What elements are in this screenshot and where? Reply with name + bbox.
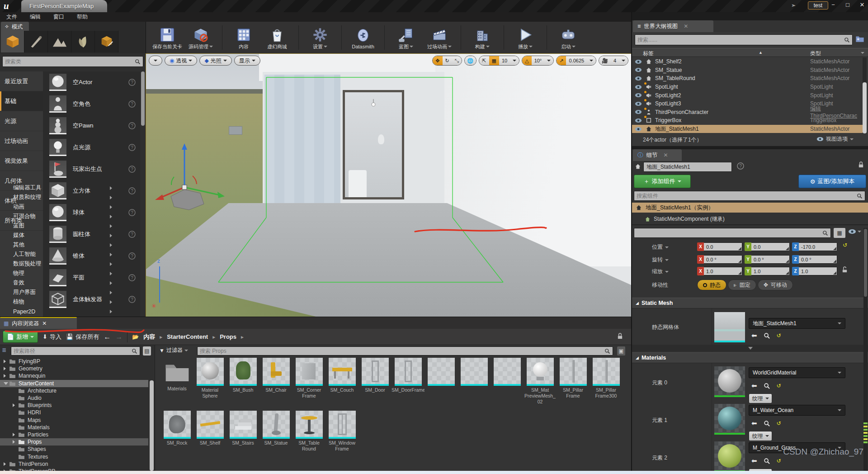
viewport-options-dropdown[interactable]	[149, 56, 162, 66]
rotate-tool-icon[interactable]: ↻	[443, 56, 452, 65]
location-x[interactable]: X0.0	[697, 242, 742, 251]
asset-tile-SM_Mat PreviewMesh_ 02[interactable]: SM_Mat PreviewMesh_ 02	[524, 358, 557, 405]
menubar-item-3[interactable]: 帮助	[71, 13, 94, 21]
search-assets[interactable]	[197, 346, 613, 356]
help-icon[interactable]: ?	[128, 296, 136, 303]
material-thumbnail[interactable]	[714, 404, 745, 435]
help-icon[interactable]: ?	[128, 122, 136, 129]
viewport[interactable]: z✳ ◉ 透视 ◆ 光照 显示 ✥ ↻ ⤡ 🌐 ⇱ ▦ 10	[146, 53, 631, 317]
visibility-eye-icon[interactable]	[635, 93, 642, 98]
outliner-row-地面_StaticMesh1[interactable]: 地面_StaticMesh1StaticMeshActor	[632, 125, 863, 133]
reset-location-icon[interactable]: ↺	[843, 242, 847, 248]
context-menu-item-可混合物[interactable]: 可混合物	[0, 212, 116, 221]
toolbar-marketplace-button[interactable]: 虚幻商城	[260, 25, 294, 50]
modes-category-最近放置[interactable]: 最近放置	[0, 71, 43, 91]
modes-category-过场动画[interactable]: 过场动画	[0, 131, 43, 151]
show-button[interactable]: 显示	[234, 56, 260, 66]
rotation-z[interactable]: Z0.0 °	[792, 255, 837, 264]
tree-folder-StarterContent[interactable]: StarterContent	[0, 380, 148, 387]
asset-tile-Material Sphere[interactable]: Material Sphere	[193, 358, 226, 405]
mobility-movable-button[interactable]: ✥ 可移动	[758, 280, 793, 290]
menubar-item-2[interactable]: 窗口	[47, 13, 71, 21]
reset-icon[interactable]: ↺	[777, 458, 781, 464]
help-icon[interactable]: ?	[128, 166, 136, 173]
context-menu-item-动画[interactable]: 动画	[0, 202, 116, 212]
rotation-x[interactable]: X0.0 °	[697, 255, 742, 264]
tree-scrollbar[interactable]	[150, 380, 154, 471]
toolbar-build-button[interactable]: 构建	[466, 25, 499, 50]
outliner-header[interactable]: 标签 ▲ 类型	[632, 48, 868, 57]
tree-folder-Shapes[interactable]: Shapes	[0, 446, 148, 453]
mode-landscape-icon[interactable]	[48, 31, 71, 52]
tree-folder-HDRI[interactable]: HDRI	[0, 409, 148, 416]
placeable-item[interactable]: 玩家出生点?	[43, 158, 140, 180]
property-search-input[interactable]	[637, 230, 822, 236]
tab-content-browser[interactable]: ▦ 内容浏览器 ✕	[0, 317, 77, 329]
material-thumbnail[interactable]	[714, 366, 745, 397]
camera-speed-icon[interactable]: 🎥	[599, 56, 611, 65]
details-scrollbar[interactable]	[863, 228, 868, 474]
texture-button[interactable]: 纹理	[749, 431, 772, 441]
location-label[interactable]: 位置	[652, 243, 669, 251]
tab-world-outliner[interactable]: ≡ 世界大纲视图 ✕	[633, 20, 713, 32]
list-view-icon[interactable]: ▤	[143, 346, 151, 356]
world-space-icon[interactable]: 🌐	[465, 56, 476, 65]
grid-snap-value[interactable]: 10	[499, 56, 510, 65]
rotation-label[interactable]: 旋转	[652, 256, 669, 264]
visibility-eye-icon[interactable]	[635, 85, 642, 90]
outliner-search-input[interactable]	[637, 37, 844, 43]
menubar-item-1[interactable]: 编辑	[24, 13, 47, 21]
asset-folder-Materials[interactable]: Materials	[160, 358, 193, 404]
actor-name-field[interactable]	[643, 162, 732, 172]
outliner-row-SpotLight[interactable]: SpotLightSpotLight	[632, 83, 863, 91]
rotation-snap-icon[interactable]: △	[522, 56, 531, 65]
context-menu-item-物理[interactable]: 物理	[0, 269, 116, 278]
search-components-input[interactable]	[637, 193, 857, 199]
scale-lock-icon[interactable]	[842, 266, 848, 275]
instance-row[interactable]: 地面_StaticMesh1（实例）	[632, 203, 868, 213]
outliner-scrollbar[interactable]	[863, 57, 867, 133]
visibility-eye-icon[interactable]	[635, 127, 642, 132]
surface-snap-icon[interactable]: ⇱	[479, 56, 489, 65]
placeable-item[interactable]: 空角色?	[43, 93, 140, 115]
asset-tile-SM_Window Frame[interactable]: SM_Window Frame	[326, 411, 359, 458]
scale-x[interactable]: X1.0	[697, 267, 742, 275]
menubar-item-0[interactable]: 文件	[0, 13, 24, 21]
material-thumbnail[interactable]	[714, 441, 745, 472]
asset-tile-SM_Pillar Frame[interactable]: SM_Pillar Frame	[557, 358, 590, 405]
asset-tile-SM_Table Round[interactable]: SM_Table Round	[292, 411, 326, 458]
search-paths-input[interactable]	[14, 348, 132, 354]
asset-tile[interactable]	[425, 358, 458, 405]
asset-tile-SM_Chair[interactable]: SM_Chair	[259, 358, 292, 405]
minimize-button[interactable]: −	[829, 1, 837, 8]
scale-snap-icon[interactable]: ↗	[557, 56, 566, 65]
section-splitter[interactable]	[632, 345, 868, 351]
tree-folder-Architecture[interactable]: Architecture	[0, 387, 148, 394]
outliner-row-SM_Statue[interactable]: SM_StatueStaticMeshActor	[632, 66, 863, 75]
browse-to-icon[interactable]: ⬅	[751, 419, 757, 427]
help-icon[interactable]: ?	[737, 162, 744, 170]
help-icon[interactable]: ?	[128, 79, 136, 86]
forward-button[interactable]: →	[115, 333, 123, 341]
lock-icon[interactable]	[617, 333, 623, 341]
help-icon[interactable]: ?	[128, 274, 136, 281]
tree-folder-Blueprints[interactable]: Blueprints	[0, 402, 148, 409]
browse-to-icon[interactable]: ⬅	[751, 457, 757, 465]
toolbar-launch-button[interactable]: 启动	[552, 25, 585, 50]
toolbar-play-button[interactable]: 播放	[509, 25, 542, 50]
help-icon[interactable]: ?	[128, 187, 136, 194]
help-icon[interactable]: ?	[128, 209, 136, 216]
toolbar-content-button[interactable]: 内容	[227, 25, 260, 50]
scale-z[interactable]: Z1.0	[792, 267, 837, 275]
context-menu-item-音效[interactable]: 音效	[0, 278, 116, 288]
asset-tile-SM_Corner Frame[interactable]: SM_Corner Frame	[292, 358, 326, 405]
texture-button[interactable]: 纹理	[749, 393, 772, 403]
tree-folder-Audio[interactable]: Audio	[0, 394, 148, 402]
breadcrumb-props[interactable]: Props	[220, 333, 236, 340]
tree-folder-Maps[interactable]: Maps	[0, 417, 148, 424]
property-matrix-icon[interactable]: ▦	[834, 228, 845, 238]
tree-folder-Textures[interactable]: Textures	[0, 453, 148, 460]
visibility-eye-icon[interactable]	[635, 118, 642, 123]
level-tab[interactable]: FirstPersonExampleMap	[21, 0, 107, 12]
scale-snap-value[interactable]: 0.0625	[566, 56, 587, 65]
